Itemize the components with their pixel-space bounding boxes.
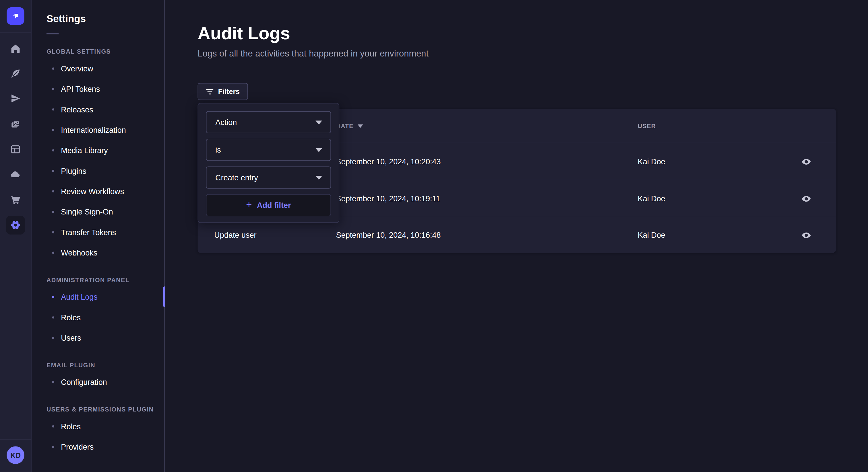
feather-icon[interactable] (6, 64, 25, 83)
chevron-down-icon (315, 175, 322, 179)
bullet-icon (52, 231, 54, 233)
cell-date: September 10, 2024, 10:20:43 (336, 157, 441, 166)
subnav-item-plugins[interactable]: Plugins (32, 160, 164, 181)
filters-button[interactable]: Filters (198, 83, 248, 100)
active-indicator (163, 286, 165, 307)
eye-icon (801, 230, 811, 240)
cart-icon[interactable] (6, 190, 25, 209)
layout-icon[interactable] (6, 140, 25, 159)
bullet-icon (52, 129, 54, 131)
strapi-logo-icon (11, 11, 21, 21)
user-avatar[interactable]: KD (7, 446, 24, 464)
cloud-icon[interactable] (6, 165, 25, 184)
subnav-item-media-library[interactable]: Media Library (32, 140, 164, 160)
bullet-icon (52, 210, 54, 213)
section-label-email-plugin: EMAIL PLUGIN (46, 362, 164, 368)
subnav-item-releases[interactable]: Releases (32, 99, 164, 119)
bullet-icon (52, 108, 54, 110)
subnav-item-audit-logs[interactable]: Audit Logs (32, 286, 164, 307)
bullet-icon (52, 190, 54, 192)
users-permissions-list: Roles Providers (32, 416, 164, 457)
chevron-down-icon (315, 148, 322, 152)
bullet-icon (52, 251, 54, 254)
page-title: Audit Logs (198, 23, 290, 43)
filter-operator-select[interactable]: is (206, 139, 331, 161)
eye-icon (801, 156, 811, 167)
filters-popover: Action is Create entry + Add filter (198, 103, 340, 223)
column-header-date[interactable]: DATE (336, 123, 363, 129)
bullet-icon (52, 445, 54, 448)
bullet-icon (52, 149, 54, 151)
cell-user: Kai Doe (638, 194, 665, 203)
subnav-item-admin-roles[interactable]: Roles (32, 307, 164, 327)
subnav-item-api-tokens[interactable]: API Tokens (32, 78, 164, 99)
section-label-users-permissions-plugin: USERS & PERMISSIONS PLUGIN (46, 406, 164, 413)
administration-panel-list: Audit Logs Roles Users (32, 286, 164, 348)
subnav-title-rule (46, 33, 59, 34)
cell-user: Kai Doe (638, 157, 665, 166)
eye-icon (801, 193, 811, 204)
subnav-item-overview[interactable]: Overview (32, 58, 164, 78)
add-filter-label: Add filter (257, 201, 291, 210)
subnav-item-transfer-tokens[interactable]: Transfer Tokens (32, 222, 164, 242)
add-filter-button[interactable]: + Add filter (206, 194, 331, 216)
cell-date: September 10, 2024, 10:16:48 (336, 231, 441, 239)
bullet-icon (52, 169, 54, 172)
bullet-icon (52, 425, 54, 427)
view-details-button[interactable] (798, 227, 814, 243)
filter-value-select[interactable]: Create entry (206, 167, 331, 189)
subnav-item-up-providers[interactable]: Providers (32, 436, 164, 457)
cell-user: Kai Doe (638, 231, 665, 239)
filter-icon (206, 88, 214, 95)
cell-action: Update user (214, 231, 256, 239)
sort-desc-icon[interactable] (358, 124, 363, 128)
chevron-down-icon (315, 120, 322, 124)
filter-field-select[interactable]: Action (206, 111, 331, 133)
bullet-icon (52, 381, 54, 383)
column-header-user: USER (638, 123, 656, 129)
strapi-logo[interactable] (7, 7, 24, 25)
subnav-item-up-roles[interactable]: Roles (32, 416, 164, 436)
send-icon[interactable] (6, 89, 25, 108)
section-label-administration-panel: ADMINISTRATION PANEL (46, 276, 164, 283)
main-content: Audit Logs Logs of all the activities th… (165, 0, 868, 472)
filters-button-label: Filters (218, 88, 240, 96)
subnav-item-internationalization[interactable]: Internationalization (32, 120, 164, 140)
home-icon[interactable] (6, 39, 25, 58)
cell-date: September 10, 2024, 10:19:11 (336, 194, 440, 203)
rail-divider (0, 439, 32, 440)
rail-divider (0, 32, 32, 33)
gear-icon[interactable] (6, 216, 25, 235)
main-nav-rail: KD (0, 0, 32, 472)
bullet-icon (52, 88, 54, 90)
view-details-button[interactable] (798, 154, 814, 169)
bullet-icon (52, 337, 54, 339)
subnav-item-admin-users[interactable]: Users (32, 328, 164, 348)
view-details-button[interactable] (798, 191, 814, 206)
global-settings-list: Overview API Tokens Releases Internation… (32, 58, 164, 263)
app-window: KD Settings GLOBAL SETTINGS Overview API… (0, 0, 868, 472)
bullet-icon (52, 67, 54, 69)
bullet-icon (52, 296, 54, 298)
subnav-item-single-sign-on[interactable]: Single Sign-On (32, 201, 164, 222)
page-subtitle: Logs of all the activities that happened… (198, 49, 429, 59)
subnav-item-webhooks[interactable]: Webhooks (32, 242, 164, 263)
media-library-icon[interactable] (6, 115, 25, 134)
bullet-icon (52, 316, 54, 318)
settings-subnav: Settings GLOBAL SETTINGS Overview API To… (32, 0, 165, 472)
subnav-item-review-workflows[interactable]: Review Workflows (32, 181, 164, 201)
email-plugin-list: Configuration (32, 372, 164, 392)
subnav-title: Settings (46, 13, 164, 25)
section-label-global-settings: GLOBAL SETTINGS (46, 48, 164, 55)
subnav-item-email-configuration[interactable]: Configuration (32, 372, 164, 392)
plus-icon: + (246, 200, 252, 210)
